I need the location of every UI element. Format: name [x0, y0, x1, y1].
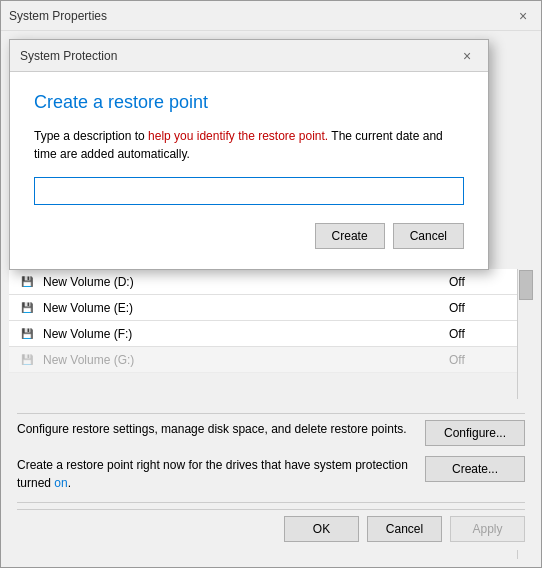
- modal-dialog: System Protection × Create a restore poi…: [9, 39, 489, 270]
- modal-description: Type a description to help you identify …: [34, 127, 464, 163]
- modal-body: Create a restore point Type a descriptio…: [10, 72, 488, 269]
- drive-name: New Volume (G:): [43, 353, 449, 367]
- drive-status: Off: [449, 353, 509, 367]
- drive-icon: 💾: [17, 324, 37, 344]
- table-row: 💾 New Volume (G:) Off: [9, 347, 517, 373]
- modal-cancel-button[interactable]: Cancel: [393, 223, 464, 249]
- drive-name: New Volume (E:): [43, 301, 449, 315]
- drive-status: Off: [449, 275, 509, 289]
- table-row: 💾 New Volume (E:) Off: [9, 295, 517, 321]
- divider-bottom: [17, 502, 525, 503]
- drive-name: New Volume (F:): [43, 327, 449, 341]
- outer-titlebar: System Properties ×: [1, 1, 541, 31]
- main-content: 💾 New Volume (D:) Off 💾 New Volume (E:) …: [1, 31, 541, 567]
- bottom-buttons: OK Cancel Apply: [17, 509, 525, 542]
- table-row: 💾 New Volume (D:) Off: [9, 269, 517, 295]
- modal-title: System Protection: [20, 49, 117, 63]
- drive-status: Off: [449, 327, 509, 341]
- table-row: 💾 New Volume (F:) Off: [9, 321, 517, 347]
- outer-window-title: System Properties: [9, 9, 107, 23]
- create-section-text: Create a restore point right now for the…: [17, 456, 413, 492]
- drive-icon: 💾: [17, 350, 37, 370]
- dialog-overlay: 💾 New Volume (D:) Off 💾 New Volume (E:) …: [9, 39, 533, 559]
- create-desc-highlight: on: [54, 476, 67, 490]
- configure-description: Configure restore settings, manage disk …: [17, 420, 413, 438]
- drive-icon: 💾: [17, 272, 37, 292]
- restore-point-input[interactable]: [34, 177, 464, 205]
- desc-highlight: help you identify the restore point.: [148, 129, 328, 143]
- drive-name: New Volume (D:): [43, 275, 449, 289]
- desc-part1: Type a description to: [34, 129, 148, 143]
- create-desc-part2: .: [68, 476, 71, 490]
- modal-titlebar: System Protection ×: [10, 40, 488, 72]
- create-desc-part1: Create a restore point right now for the…: [17, 458, 408, 490]
- ok-button[interactable]: OK: [284, 516, 359, 542]
- configure-button[interactable]: Configure...: [425, 420, 525, 446]
- create-button[interactable]: Create...: [425, 456, 525, 482]
- scrollbar-thumb[interactable]: [519, 270, 533, 300]
- outer-window: System Properties × 💾 New Volume (D:) Of…: [0, 0, 542, 568]
- properties-bottom: Configure restore settings, manage disk …: [9, 399, 533, 550]
- divider: [17, 413, 525, 414]
- create-section: Create a restore point right now for the…: [17, 456, 525, 492]
- modal-create-button[interactable]: Create: [315, 223, 385, 249]
- modal-buttons: Create Cancel: [34, 223, 464, 253]
- drive-status: Off: [449, 301, 509, 315]
- outer-close-button[interactable]: ×: [513, 6, 533, 26]
- modal-heading: Create a restore point: [34, 92, 464, 113]
- apply-button[interactable]: Apply: [450, 516, 525, 542]
- cancel-button[interactable]: Cancel: [367, 516, 442, 542]
- configure-section: Configure restore settings, manage disk …: [17, 420, 525, 446]
- drive-icon: 💾: [17, 298, 37, 318]
- modal-close-button[interactable]: ×: [456, 45, 478, 67]
